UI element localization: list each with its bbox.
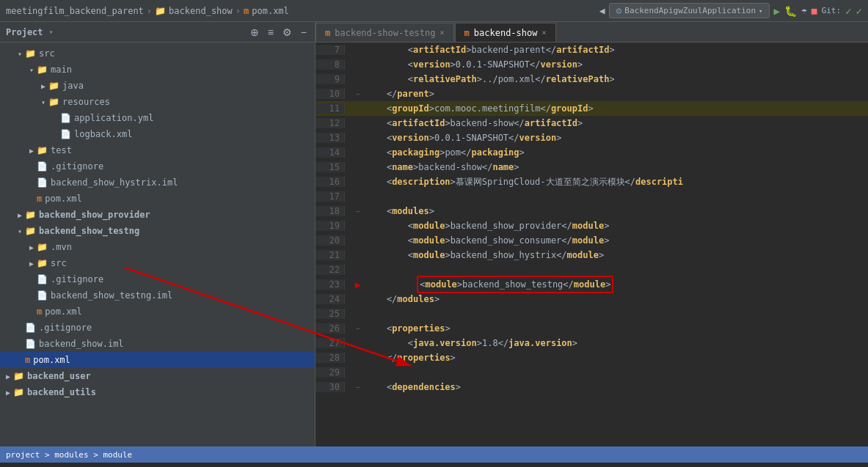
- sidebar-title: Project: [6, 27, 43, 37]
- arrow-icon: ▶: [15, 211, 25, 219]
- arrow-icon: ▾: [38, 98, 48, 106]
- tree-item[interactable]: ▶ 📁 .mvn: [0, 239, 315, 255]
- arrow-icon: ▾: [26, 66, 37, 74]
- item-label: resources: [62, 97, 110, 107]
- sidebar-collapse-button[interactable]: ≡: [266, 26, 276, 39]
- tree-item[interactable]: ▶ 📄 .gitignore: [0, 158, 315, 174]
- sidebar-item-backend-user[interactable]: ▶ 📁 backend_user: [0, 368, 315, 384]
- tree-item[interactable]: ▶ 📄 logback.xml: [0, 126, 315, 142]
- debug-button[interactable]: 🐛: [784, 5, 797, 17]
- tree-item[interactable]: ▶ m pom.xml: [0, 304, 315, 320]
- sidebar-content: ▾ 📁 src ▾ 📁 main ▶ 📁 java ▾ 📁 resources …: [0, 43, 315, 446]
- coverage-button[interactable]: ☂: [801, 5, 807, 16]
- sidebar-item-backend-utils[interactable]: ▶ 📁 backend_utils: [0, 384, 315, 400]
- run-config-label: BackendApigwZuulApplication: [624, 6, 756, 15]
- code-line-7: 7 <artifactId>backend-parent</artifactId…: [316, 43, 868, 57]
- folder-icon: 📁: [37, 145, 48, 155]
- file-icon: 📄: [37, 177, 48, 188]
- folder-icon: 📁: [48, 81, 59, 91]
- run-config-icon: ⚙: [616, 5, 621, 16]
- item-label: src: [39, 48, 55, 59]
- tree-item-pom-selected[interactable]: ▶ m pom.xml: [0, 352, 315, 368]
- code-line-19: 19 <module>backend_show_provider</module…: [316, 218, 868, 233]
- tree-item[interactable]: ▾ 📁 resources: [0, 94, 315, 110]
- code-line-11: 11 <groupId>com.mooc.meetingfilm</groupI…: [316, 101, 868, 116]
- code-line-20: 20 <module>backend_show_consumer</module…: [316, 233, 868, 248]
- arrow-icon: ▶: [38, 82, 48, 90]
- m-icon-top: m: [244, 6, 249, 16]
- provider-label: backend_show_provider: [39, 210, 150, 220]
- breadcrumb-sep1: ›: [147, 6, 152, 16]
- code-line-12: 12 <artifactId>backend-show</artifactId>: [316, 116, 868, 130]
- sidebar-minimize-button[interactable]: −: [299, 26, 309, 39]
- arrow-icon: ▶: [26, 260, 37, 268]
- file-icon: 📄: [37, 274, 48, 284]
- tree-item[interactable]: ▶ 📄 backend_show_hystrix.iml: [0, 174, 315, 191]
- item-label: .gitignore: [51, 274, 103, 284]
- code-line-28: 28 </properties>: [316, 350, 868, 365]
- top-bar-right: ◀ ⚙ BackendApigwZuulApplication ▾ ▶ 🐛 ☂ …: [599, 3, 862, 18]
- breadcrumb-file[interactable]: pom.xml: [252, 6, 289, 16]
- tree-item[interactable]: ▾ 📁 src: [0, 45, 315, 62]
- tree-item[interactable]: ▶ 📄 backend_show_testng.iml: [0, 287, 315, 304]
- code-line-29: 29: [316, 365, 868, 380]
- tree-item[interactable]: ▶ 📄 .gitignore: [0, 271, 315, 287]
- breadcrumb-sep2: ›: [236, 6, 241, 16]
- tree-item[interactable]: ▶ 📄 application.yml: [0, 110, 315, 126]
- sidebar-item-backend-show-provider[interactable]: ▶ 📁 backend_show_provider: [0, 207, 315, 223]
- code-line-16: 16 <description>慕课网SpringCloud-大道至简之演示模块…: [316, 174, 868, 189]
- tree-item[interactable]: ▶ 📄 backend_show.iml: [0, 336, 315, 352]
- code-line-18: 18 − <modules>: [316, 204, 868, 218]
- sidebar-actions: ⊕ ≡ ⚙ −: [248, 26, 309, 39]
- tab-backend-show-testng[interactable]: m backend-show-testng ×: [316, 23, 454, 42]
- git-check-icon[interactable]: ✓: [845, 5, 851, 17]
- tab-close-icon[interactable]: ×: [541, 29, 546, 37]
- tree-item[interactable]: ▶ 📁 src: [0, 255, 315, 271]
- folder-icon: 📁: [25, 48, 36, 59]
- tree-item[interactable]: ▶ 📁 java: [0, 78, 315, 94]
- item-label: backend_user: [27, 371, 91, 381]
- run-config-dropdown-icon[interactable]: ▾: [759, 7, 762, 15]
- tab-m-icon: m: [325, 28, 330, 38]
- tree-item[interactable]: ▾ 📁 main: [0, 62, 315, 78]
- git-label: Git:: [822, 6, 842, 15]
- breadcrumb-module[interactable]: backend_show: [169, 6, 233, 16]
- folder-icon: 📁: [13, 387, 24, 397]
- item-label: backend_show_hystrix.iml: [51, 177, 178, 188]
- tab-m-icon: m: [464, 28, 470, 38]
- back-icon[interactable]: ◀: [599, 5, 605, 16]
- red-arrow-indicator: ▶: [354, 279, 362, 290]
- main-layout: Project ▾ ⊕ ≡ ⚙ − ▾ 📁 src ▾ 📁 main ▶: [0, 22, 868, 446]
- item-label: backend_show_testng.iml: [51, 290, 172, 301]
- tab-close-icon[interactable]: ×: [440, 29, 445, 37]
- folder-icon: 📁: [155, 6, 166, 16]
- arrow-icon: ▶: [3, 372, 13, 380]
- run-button[interactable]: ▶: [774, 5, 780, 17]
- sidebar-chevron[interactable]: ▾: [49, 28, 54, 36]
- stop-button[interactable]: ■: [812, 5, 817, 16]
- sidebar-header: Project ▾ ⊕ ≡ ⚙ −: [0, 22, 315, 43]
- tab-backend-show[interactable]: m backend-show ×: [455, 23, 556, 42]
- m-file-icon: m: [25, 355, 30, 365]
- item-label: pom.xml: [33, 355, 70, 365]
- top-bar: meetingfilm_backend_parent › 📁 backend_s…: [0, 0, 868, 22]
- item-label: .gitignore: [39, 323, 92, 333]
- folder-icon: 📁: [37, 242, 48, 252]
- arrow-icon: ▾: [15, 227, 25, 235]
- git-push-icon[interactable]: ✓: [856, 5, 862, 17]
- file-icon: 📄: [37, 161, 48, 172]
- tree-item[interactable]: ▶ 📁 test: [0, 142, 315, 158]
- item-label: pom.xml: [45, 194, 82, 204]
- sidebar-settings-button[interactable]: ⚙: [280, 26, 294, 39]
- arrow-icon: ▶: [3, 389, 13, 397]
- folder-icon: 📁: [25, 226, 36, 236]
- tree-item[interactable]: ▶ m pom.xml: [0, 191, 315, 207]
- sidebar-item-backend-show-testng[interactable]: ▾ 📁 backend_show_testng: [0, 223, 315, 239]
- breadcrumb-project[interactable]: meetingfilm_backend_parent: [6, 6, 144, 16]
- editor-tabs: m backend-show-testng × m backend-show ×: [316, 22, 868, 43]
- tree-item[interactable]: ▶ 📄 .gitignore: [0, 320, 315, 336]
- item-label: application.yml: [74, 113, 153, 123]
- run-config-selector[interactable]: ⚙ BackendApigwZuulApplication ▾: [609, 3, 769, 18]
- code-line-17: 17: [316, 189, 868, 204]
- sidebar-plus-button[interactable]: ⊕: [248, 26, 261, 39]
